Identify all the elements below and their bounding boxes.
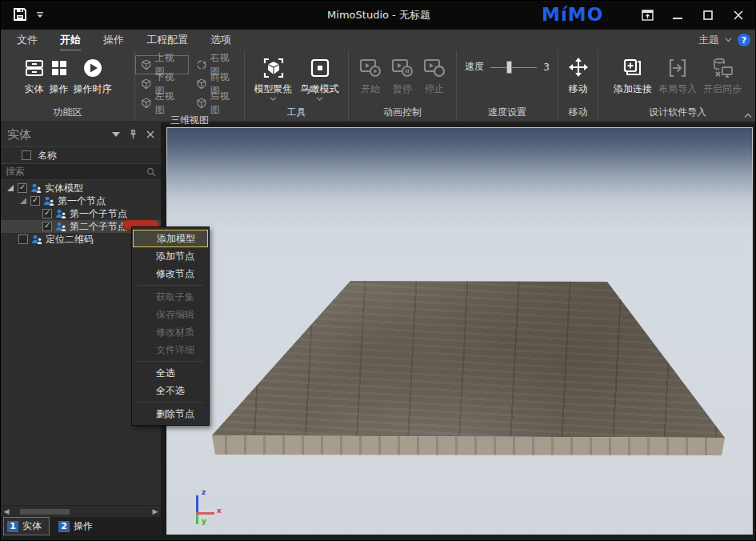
tree-row-first-node[interactable]: 第一个节点	[1, 194, 161, 207]
model-focus-icon	[262, 56, 285, 80]
theme-selector[interactable]: 主题	[698, 33, 719, 47]
menu-item-add-node[interactable]: 添加节点	[132, 247, 209, 265]
ribbon-group-3dview: 上视图 下视图 左视图 右视图	[135, 50, 245, 121]
group-people-icon	[43, 196, 54, 206]
tree-row-entity-model[interactable]: 实体模型	[1, 182, 161, 194]
tree-checkbox[interactable]	[18, 183, 27, 193]
menu-item-delete-node[interactable]: 删除节点	[132, 405, 209, 423]
view-back-button[interactable]: 后视图	[190, 94, 244, 113]
birdview-icon	[310, 56, 330, 80]
menu-item-file-detail: 文件详细	[132, 341, 209, 359]
operation-sequence-button[interactable]: 操作时序	[74, 50, 112, 96]
entity-button[interactable]: 实体	[24, 50, 45, 96]
app-window: MimoStudio - 无标题 MíMO 文件 开始 操作 工程配置 选项 主…	[0, 0, 756, 541]
panel-tab-entity[interactable]: 1 实体	[3, 517, 50, 535]
help-icon[interactable]: ?	[738, 34, 750, 46]
birdview-mode-label: 鸟瞰模式	[301, 82, 339, 96]
tree-checkbox[interactable]	[18, 234, 28, 244]
view-left-button[interactable]: 左视图	[135, 94, 189, 113]
group-label-import: 设计软件导入	[598, 105, 756, 121]
operation-button-label: 操作	[50, 82, 69, 96]
add-connection-icon	[622, 56, 644, 80]
tab-file[interactable]: 文件	[17, 29, 38, 52]
anim-start-button: 开始	[359, 50, 382, 96]
group-people-icon	[31, 234, 42, 245]
sync-database-icon	[710, 56, 734, 80]
menu-item-select-all[interactable]: 全选	[132, 364, 209, 382]
menu-bar: 文件 开始 操作 工程配置 选项 主题 ?	[1, 30, 756, 50]
expander-icon[interactable]	[7, 185, 14, 192]
entity-drawer-icon	[24, 56, 45, 80]
ribbon-group-function: 实体 操作 操作时序 功能区	[1, 50, 135, 121]
tree-row-first-child[interactable]: 第一个子节点	[1, 207, 161, 220]
axis-z-line	[196, 495, 198, 514]
tab-options[interactable]: 选项	[210, 29, 231, 52]
search-icon[interactable]	[146, 167, 156, 177]
entity-panel-title: 实体	[7, 127, 31, 142]
chevron-down-icon[interactable]	[316, 97, 323, 101]
layout-import-icon	[666, 56, 689, 80]
tree-checkbox[interactable]	[30, 196, 40, 206]
model-focus-button[interactable]: 模型聚焦	[254, 50, 293, 101]
sync-label: 开启同步	[703, 82, 742, 96]
panel-tab-operation[interactable]: 2 操作	[54, 517, 101, 535]
panel-tab-operation-label: 操作	[74, 519, 93, 533]
dock-window-icon[interactable]	[632, 1, 662, 30]
sync-button: 开启同步	[703, 50, 742, 96]
tree-checkbox[interactable]	[42, 222, 52, 231]
operation-button[interactable]: 操作	[50, 50, 69, 96]
viewport-3d[interactable]: z x y	[166, 127, 753, 535]
minimize-button[interactable]	[662, 1, 693, 30]
group-label-speed: 速度设置	[457, 105, 558, 121]
window-controls	[632, 1, 754, 30]
model-focus-label: 模型聚焦	[254, 82, 293, 96]
tab-number-badge: 2	[58, 521, 70, 532]
menu-separator	[137, 402, 204, 403]
panel-tab-entity-label: 实体	[22, 519, 42, 533]
tab-start[interactable]: 开始	[60, 29, 81, 52]
anim-start-icon	[359, 56, 382, 80]
speed-label: 速度	[465, 60, 484, 74]
speed-slider-handle[interactable]	[506, 61, 512, 74]
ribbon: 实体 操作 操作时序 功能区	[1, 50, 756, 122]
panel-close-icon[interactable]	[146, 130, 154, 138]
anim-pause-label: 暂停	[393, 82, 412, 96]
move-button-label: 移动	[569, 82, 588, 96]
speed-value: 3	[543, 62, 550, 73]
entity-button-label: 实体	[25, 82, 44, 96]
tab-operation[interactable]: 操作	[103, 29, 124, 52]
search-input[interactable]: 搜索	[1, 164, 161, 180]
pin-icon[interactable]	[129, 130, 138, 139]
search-placeholder: 搜索	[6, 165, 25, 178]
title-bar: MimoStudio - 无标题 MíMO	[1, 1, 756, 30]
panel-dropdown-icon[interactable]	[112, 132, 120, 137]
add-connection-button[interactable]: 添加连接	[614, 50, 652, 96]
horizontal-scrollbar[interactable]: ◀ ▶	[1, 505, 161, 517]
floor-slab-top[interactable]	[167, 128, 753, 535]
scroll-left-icon[interactable]: ◀	[1, 507, 12, 515]
move-button[interactable]: 移动	[566, 50, 590, 96]
scrollbar-thumb[interactable]	[20, 509, 70, 515]
ribbon-collapse-icon[interactable]	[744, 113, 752, 118]
ribbon-group-animation: 开始 暂停 停止 动画控制	[349, 50, 457, 121]
ribbon-group-speed: 速度 3 速度设置	[457, 50, 558, 121]
tab-project-config[interactable]: 工程配置	[146, 29, 188, 52]
close-button[interactable]	[723, 1, 754, 30]
speed-slider[interactable]	[490, 61, 537, 74]
name-header-row: 名称	[1, 146, 161, 164]
move-arrows-icon	[566, 56, 590, 80]
scroll-right-icon[interactable]: ▶	[150, 507, 161, 515]
name-header-checkbox[interactable]	[22, 150, 31, 160]
operation-sequence-label: 操作时序	[74, 82, 112, 96]
menu-item-modify-node[interactable]: 修改节点	[132, 265, 209, 283]
menu-item-get-subset: 获取子集	[132, 288, 209, 306]
tree-checkbox[interactable]	[42, 209, 52, 218]
group-label-move: 移动	[558, 105, 598, 121]
birdview-mode-button[interactable]: 鸟瞰模式	[301, 50, 339, 101]
expander-icon[interactable]	[20, 198, 27, 205]
chevron-down-icon[interactable]	[725, 38, 732, 42]
chevron-down-icon[interactable]	[270, 97, 277, 101]
maximize-button[interactable]	[693, 1, 723, 30]
menu-item-select-none[interactable]: 全不选	[132, 382, 209, 399]
menu-item-add-model[interactable]: 添加模型	[133, 230, 208, 247]
